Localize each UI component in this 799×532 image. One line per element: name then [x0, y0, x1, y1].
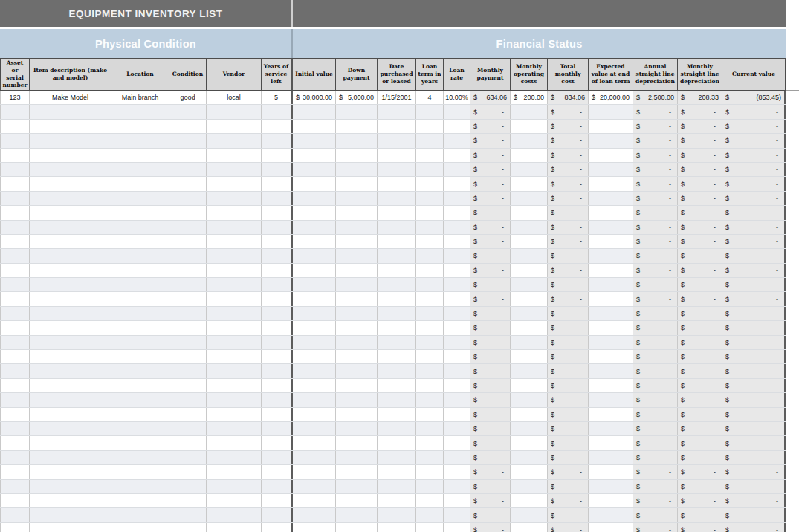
- cell-asset-number[interactable]: [0, 192, 30, 205]
- cell-condition[interactable]: [169, 134, 207, 147]
- cell-location[interactable]: [111, 249, 169, 262]
- cell-loan-rate[interactable]: [444, 278, 470, 291]
- cell-current-value[interactable]: $(853.45): [722, 91, 786, 104]
- cell-down-payment[interactable]: [336, 379, 378, 392]
- cell-current-value[interactable]: $-: [722, 249, 786, 262]
- cell-monthly-operating-costs[interactable]: [511, 379, 548, 392]
- cell-asset-number[interactable]: [0, 393, 30, 406]
- cell-monthly-depreciation[interactable]: $-: [678, 249, 722, 262]
- cell-asset-number[interactable]: [0, 221, 30, 234]
- cell-monthly-depreciation[interactable]: $-: [678, 379, 722, 392]
- cell-expected-value[interactable]: [589, 480, 633, 493]
- cell-total-monthly-cost[interactable]: $-: [548, 393, 589, 406]
- cell-down-payment[interactable]: [336, 523, 378, 532]
- cell-date-purchased[interactable]: [378, 120, 416, 133]
- cell-current-value[interactable]: $-: [722, 149, 786, 162]
- cell-date-purchased[interactable]: [378, 422, 416, 435]
- cell-years-of-service-left[interactable]: [262, 364, 291, 377]
- cell-loan-rate[interactable]: [444, 264, 470, 277]
- cell-date-purchased[interactable]: [378, 105, 416, 118]
- cell-years-of-service-left[interactable]: [262, 465, 291, 479]
- cell-condition[interactable]: [169, 292, 207, 305]
- cell-monthly-depreciation[interactable]: $-: [678, 105, 722, 118]
- cell-monthly-depreciation[interactable]: $-: [678, 350, 722, 363]
- cell-years-of-service-left[interactable]: 5: [262, 91, 291, 104]
- cell-date-purchased[interactable]: 1/15/2001: [378, 91, 416, 104]
- cell-condition[interactable]: [169, 364, 207, 377]
- cell-annual-depreciation[interactable]: $-: [633, 120, 678, 133]
- header-current-value[interactable]: Current value: [722, 58, 786, 91]
- cell-annual-depreciation[interactable]: $-: [633, 249, 678, 262]
- cell-expected-value[interactable]: [589, 350, 633, 363]
- cell-total-monthly-cost[interactable]: $-: [548, 192, 589, 205]
- cell-loan-term[interactable]: [416, 105, 444, 118]
- cell-date-purchased[interactable]: [378, 451, 416, 464]
- cell-condition[interactable]: [169, 465, 207, 479]
- cell-item-description[interactable]: [30, 422, 111, 435]
- cell-item-description[interactable]: [30, 278, 111, 291]
- cell-expected-value[interactable]: [589, 163, 633, 176]
- cell-years-of-service-left[interactable]: [262, 336, 291, 349]
- cell-loan-term[interactable]: [416, 149, 444, 162]
- cell-annual-depreciation[interactable]: $-: [633, 350, 678, 363]
- cell-monthly-operating-costs[interactable]: [511, 436, 548, 450]
- cell-annual-depreciation[interactable]: $-: [633, 177, 678, 190]
- cell-date-purchased[interactable]: [378, 278, 416, 291]
- cell-current-value[interactable]: $-: [722, 120, 786, 133]
- cell-down-payment[interactable]: [336, 508, 378, 522]
- cell-condition[interactable]: [169, 494, 207, 507]
- cell-current-value[interactable]: $-: [722, 134, 786, 147]
- cell-down-payment[interactable]: [336, 192, 378, 205]
- cell-monthly-depreciation[interactable]: $208.33: [678, 91, 722, 104]
- cell-years-of-service-left[interactable]: [262, 249, 291, 262]
- cell-loan-term[interactable]: [416, 422, 444, 435]
- cell-asset-number[interactable]: [0, 422, 30, 435]
- cell-total-monthly-cost[interactable]: $-: [548, 480, 589, 493]
- cell-location[interactable]: [111, 307, 169, 320]
- cell-loan-term[interactable]: [416, 350, 444, 363]
- cell-loan-term[interactable]: [416, 379, 444, 392]
- cell-monthly-depreciation[interactable]: $-: [678, 465, 722, 479]
- cell-expected-value[interactable]: [589, 422, 633, 435]
- cell-loan-rate[interactable]: [444, 292, 470, 305]
- cell-current-value[interactable]: $-: [722, 350, 786, 363]
- cell-item-description[interactable]: [30, 177, 111, 190]
- cell-loan-rate[interactable]: [444, 393, 470, 406]
- cell-monthly-operating-costs[interactable]: [511, 105, 548, 118]
- cell-current-value[interactable]: $-: [722, 494, 786, 507]
- cell-monthly-payment[interactable]: $-: [470, 177, 511, 190]
- cell-asset-number[interactable]: [0, 364, 30, 377]
- cell-vendor[interactable]: [207, 350, 262, 363]
- cell-loan-term[interactable]: [416, 278, 444, 291]
- cell-condition[interactable]: [169, 436, 207, 450]
- cell-annual-depreciation[interactable]: $-: [633, 307, 678, 320]
- cell-date-purchased[interactable]: [378, 393, 416, 406]
- cell-location[interactable]: [111, 120, 169, 133]
- cell-vendor[interactable]: [207, 408, 262, 421]
- cell-annual-depreciation[interactable]: $-: [633, 465, 678, 479]
- cell-initial-value[interactable]: [291, 508, 336, 522]
- cell-monthly-operating-costs[interactable]: [511, 249, 548, 262]
- cell-loan-rate[interactable]: [444, 134, 470, 147]
- cell-asset-number[interactable]: [0, 264, 30, 277]
- cell-current-value[interactable]: $-: [722, 364, 786, 377]
- cell-vendor[interactable]: [207, 465, 262, 479]
- cell-current-value[interactable]: $-: [722, 436, 786, 450]
- cell-monthly-depreciation[interactable]: $-: [678, 177, 722, 190]
- cell-monthly-payment[interactable]: $-: [470, 436, 511, 450]
- cell-monthly-depreciation[interactable]: $-: [678, 163, 722, 176]
- cell-item-description[interactable]: [30, 480, 111, 493]
- cell-initial-value[interactable]: [291, 177, 336, 190]
- cell-date-purchased[interactable]: [378, 149, 416, 162]
- cell-monthly-payment[interactable]: $-: [470, 264, 511, 277]
- cell-item-description[interactable]: [30, 350, 111, 363]
- cell-current-value[interactable]: $-: [722, 408, 786, 421]
- cell-item-description[interactable]: [30, 105, 111, 118]
- cell-condition[interactable]: [169, 192, 207, 205]
- cell-vendor[interactable]: [207, 221, 262, 234]
- cell-total-monthly-cost[interactable]: $-: [548, 350, 589, 363]
- cell-loan-term[interactable]: [416, 221, 444, 234]
- cell-asset-number[interactable]: [0, 134, 30, 147]
- cell-asset-number[interactable]: [0, 408, 30, 421]
- cell-monthly-payment[interactable]: $-: [470, 307, 511, 320]
